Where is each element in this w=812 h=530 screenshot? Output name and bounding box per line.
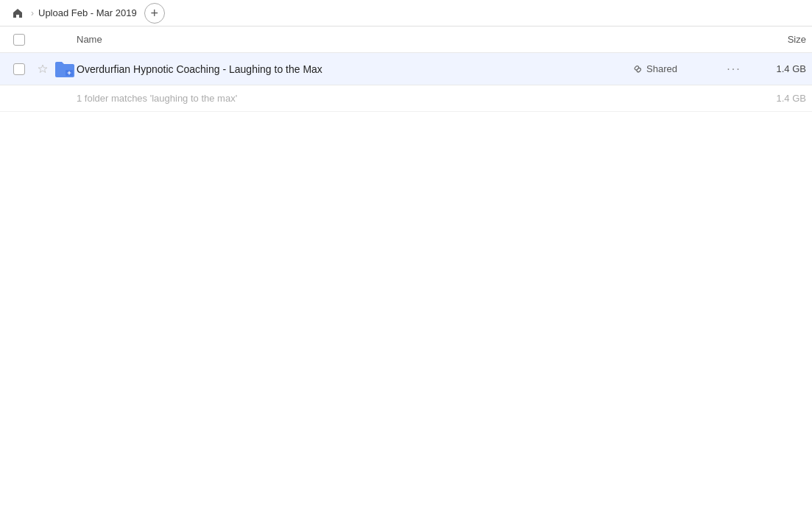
add-button[interactable]: + — [144, 3, 165, 24]
breadcrumb-label: Upload Feb - Mar 2019 — [38, 7, 137, 18]
column-headers: Name Size — [0, 26, 812, 53]
home-icon — [12, 7, 24, 19]
breadcrumb-bar: › Upload Feb - Mar 2019 + — [0, 0, 812, 26]
summary-size: 1.4 GB — [747, 93, 806, 104]
summary-text: 1 folder matches 'laughing to the max' — [6, 93, 747, 104]
folder-icon-wrapper — [53, 57, 77, 81]
row-checkbox-wrapper[interactable] — [6, 63, 32, 75]
row-checkbox[interactable] — [13, 63, 25, 75]
file-size: 1.4 GB — [747, 63, 806, 74]
folder-icon — [54, 60, 76, 79]
link-icon — [632, 64, 643, 74]
shared-badge: Shared — [632, 63, 721, 74]
home-button[interactable] — [9, 4, 27, 22]
size-column-header: Size — [747, 34, 806, 45]
summary-row: 1 folder matches 'laughing to the max' 1… — [0, 85, 812, 112]
star-icon — [38, 64, 48, 74]
file-name: Overdurfian Hypnotic Coaching - Laughing… — [77, 63, 632, 75]
checkbox-all[interactable] — [13, 34, 25, 46]
breadcrumb-chevron: › — [31, 8, 34, 18]
file-row[interactable]: Overdurfian Hypnotic Coaching - Laughing… — [0, 53, 812, 85]
select-all-checkbox[interactable] — [6, 34, 32, 46]
name-column-header: Name — [77, 34, 632, 45]
more-options-button[interactable]: ··· — [721, 63, 747, 76]
shared-label: Shared — [646, 63, 677, 74]
star-button[interactable] — [32, 64, 53, 74]
